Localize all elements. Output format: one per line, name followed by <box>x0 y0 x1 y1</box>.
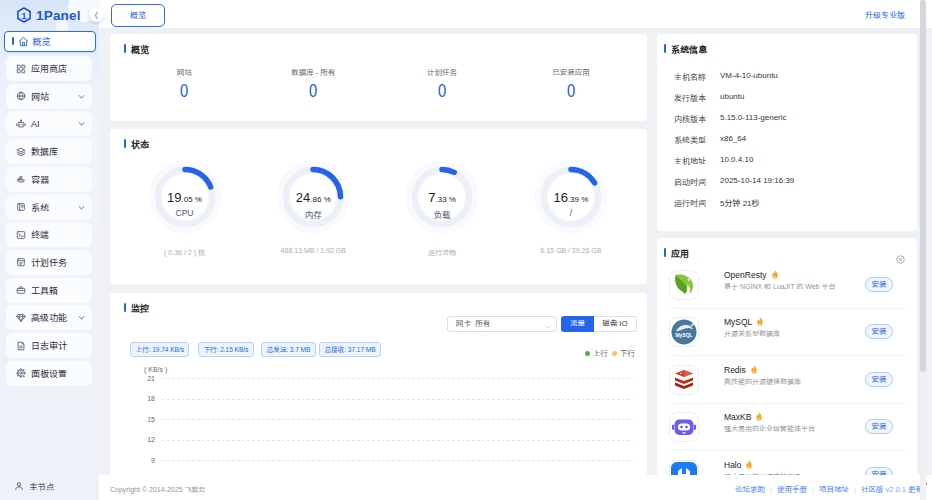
svg-text:1: 1 <box>21 11 26 21</box>
svg-text:MySQL: MySQL <box>675 332 692 338</box>
